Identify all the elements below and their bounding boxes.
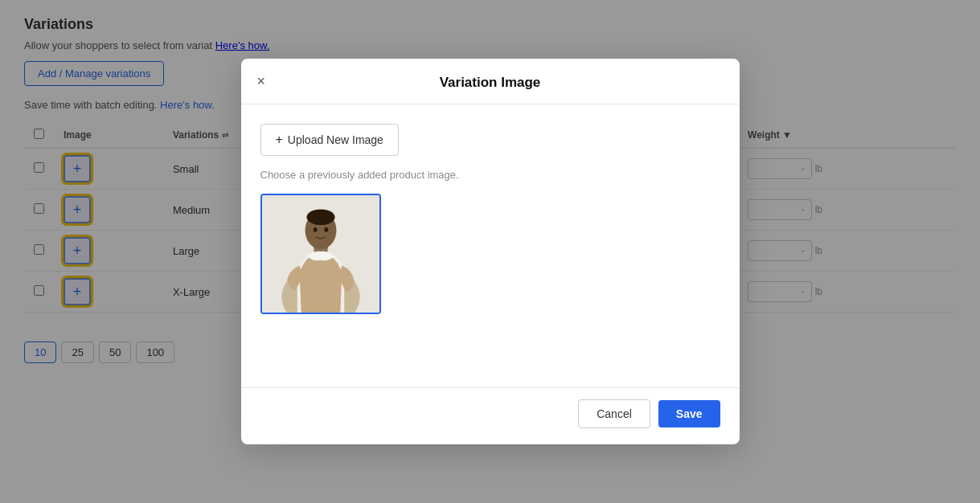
modal-close-button[interactable]: × bbox=[257, 74, 266, 88]
modal-overlay: × Variation Image + Upload New Image Cho… bbox=[0, 0, 980, 503]
cancel-button[interactable]: Cancel bbox=[578, 399, 650, 428]
modal-title: Variation Image bbox=[440, 75, 541, 91]
modal-header: × Variation Image bbox=[241, 59, 740, 104]
choose-image-text: Choose a previously added product image. bbox=[260, 169, 720, 181]
upload-btn-label: Upload New Image bbox=[288, 133, 383, 146]
product-image-grid bbox=[260, 194, 720, 314]
plus-icon: + bbox=[276, 133, 283, 147]
modal-footer: Cancel Save bbox=[241, 387, 740, 444]
svg-point-4 bbox=[306, 210, 334, 225]
variation-image-modal: × Variation Image + Upload New Image Cho… bbox=[241, 59, 740, 444]
svg-point-5 bbox=[313, 227, 317, 232]
product-image-item[interactable] bbox=[260, 194, 381, 314]
modal-body: + Upload New Image Choose a previously a… bbox=[241, 104, 740, 387]
save-button[interactable]: Save bbox=[658, 400, 720, 427]
product-image-svg bbox=[262, 195, 379, 313]
upload-new-image-button[interactable]: + Upload New Image bbox=[260, 124, 399, 156]
svg-point-6 bbox=[324, 227, 328, 232]
